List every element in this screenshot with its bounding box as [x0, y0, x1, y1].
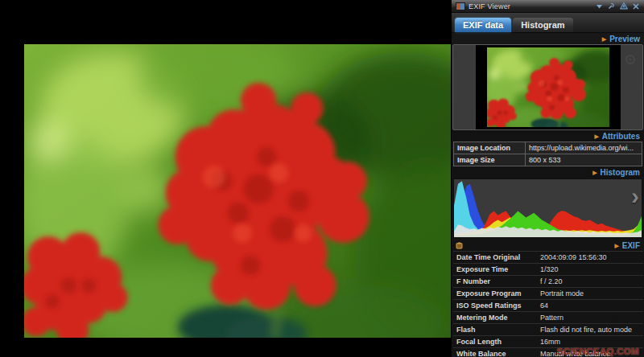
gear-icon[interactable]: [624, 53, 637, 69]
exif-label: Metering Mode: [453, 312, 537, 324]
collapse-icon[interactable]: [595, 2, 604, 10]
tab-bar: EXIF data Histogram: [452, 13, 644, 33]
exif-label: ISO Speed Ratings: [453, 300, 537, 312]
attribute-label: Image Size: [454, 154, 526, 166]
photo-viewer-canvas: [0, 0, 451, 357]
section-arrow-icon: ▶: [614, 243, 618, 248]
section-arrow-icon: ▶: [602, 36, 606, 42]
histogram-section-header[interactable]: ▶ Histogram: [452, 166, 644, 178]
exif-label: Date Time Original: [453, 252, 537, 264]
exif-label: Focal Length: [453, 336, 537, 348]
table-row: F Number f / 2.20: [453, 276, 643, 288]
table-row: Date Time Original 2004:09:09 15:56:30: [453, 252, 643, 264]
exif-label: Exposure Time: [453, 264, 537, 276]
histogram-box: ›: [453, 178, 642, 238]
exif-value: 1/320: [537, 264, 643, 276]
table-row: Flash Flash did not fire, auto mode: [453, 324, 643, 336]
table-row: Exposure Time 1/320: [453, 264, 643, 276]
attribute-value: https://upload.wikimedia.org/wi...: [526, 142, 642, 154]
table-row: Image Location https://upload.wikimedia.…: [454, 142, 642, 154]
tab-histogram[interactable]: Histogram: [513, 18, 572, 32]
exif-value: Portrait mode: [537, 288, 643, 300]
flower-photo: [24, 44, 451, 338]
exif-table: Date Time Original 2004:09:09 15:56:30 E…: [453, 251, 643, 357]
exif-value: Pattern: [537, 312, 643, 324]
panel-title: EXIF Viewer: [469, 2, 592, 10]
exif-label: Flash: [453, 324, 537, 336]
preview-section-header[interactable]: ▶ Preview: [452, 33, 644, 44]
attributes-section-header[interactable]: ▶ Attributes: [452, 130, 644, 142]
exif-label: Exposure Program: [453, 288, 537, 300]
exif-value: 2004:09:09 15:56:30: [537, 252, 643, 264]
table-row: Image Size 800 x 533: [454, 154, 642, 166]
wrench-icon[interactable]: [607, 2, 616, 10]
attribute-label: Image Location: [454, 142, 526, 154]
tab-exif-data[interactable]: EXIF data: [455, 18, 511, 32]
histogram-chart: [454, 179, 642, 237]
preview-thumbnail-mat: [476, 45, 621, 129]
exif-section-header[interactable]: ▶ EXIF: [452, 240, 644, 251]
panel-titlebar: EXIF Viewer: [452, 0, 644, 13]
watermark: SCIENCEAQ.COM: [557, 347, 639, 356]
table-row: Exposure Program Portrait mode: [453, 288, 643, 300]
table-row: ISO Speed Ratings 64: [453, 300, 643, 312]
alert-triangle-icon[interactable]: [619, 2, 628, 10]
preview-box: [452, 44, 643, 130]
exif-value: f / 2.20: [537, 276, 643, 288]
attributes-header-label: Attributes: [602, 132, 640, 141]
exif-value: Flash did not fire, auto mode: [537, 324, 643, 336]
preview-thumbnail[interactable]: [487, 47, 609, 127]
clipboard-icon[interactable]: [456, 242, 463, 249]
exif-value: 64: [537, 300, 643, 312]
section-arrow-icon: ▶: [594, 133, 598, 139]
exif-viewer-panel: EXIF Viewer EXIF data Histogram ▶ Pr: [451, 0, 644, 357]
table-row: Metering Mode Pattern: [453, 312, 643, 324]
next-arrow-icon[interactable]: ›: [631, 184, 639, 208]
close-icon[interactable]: [631, 2, 640, 10]
exif-label: White Balance: [453, 348, 537, 357]
preview-header-label: Preview: [609, 35, 640, 43]
attributes-table: Image Location https://upload.wikimedia.…: [453, 142, 642, 166]
exif-label: F Number: [453, 276, 537, 288]
section-arrow-icon: ▶: [592, 170, 597, 175]
exif-header-label: EXIF: [622, 241, 640, 250]
attribute-value: 800 x 533: [526, 154, 642, 166]
app-icon: [456, 2, 465, 10]
histogram-header-label: Histogram: [601, 168, 640, 177]
